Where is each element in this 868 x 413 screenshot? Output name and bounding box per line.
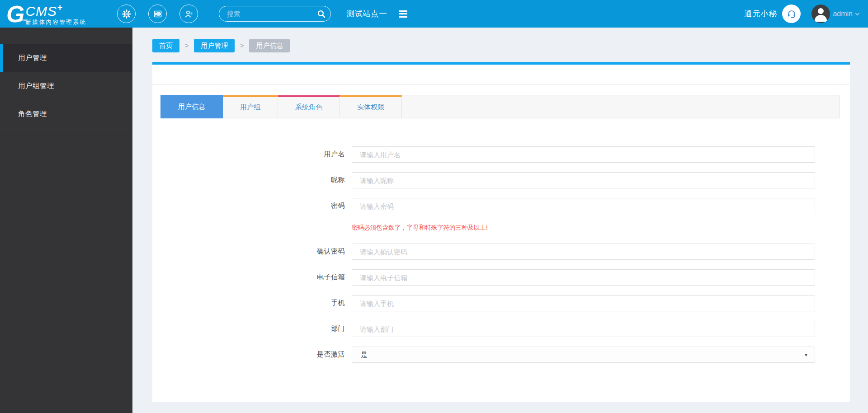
sidebar: 用户管理用户组管理角色管理 — [0, 28, 132, 413]
control-email — [352, 269, 815, 286]
active-select[interactable]: 是▼ — [352, 347, 815, 363]
tab-3[interactable]: 系统角色 — [278, 95, 340, 118]
tab-2[interactable]: 用户组 — [223, 95, 278, 118]
site-name[interactable]: 测试站点一 — [346, 9, 387, 19]
headset-icon — [786, 8, 797, 20]
label-mobile: 手机 — [160, 299, 345, 311]
nickname-input[interactable] — [352, 172, 815, 188]
control-active: 是▼ — [352, 347, 815, 363]
sidebar-item-3[interactable]: 角色管理 — [0, 100, 132, 128]
label-nickname: 昵称 — [160, 176, 345, 188]
control-mobile — [352, 295, 815, 311]
form-row-active: 是否激活是▼ — [160, 347, 840, 363]
active-select-value: 是 — [361, 351, 368, 359]
select-caret-icon: ▼ — [804, 352, 808, 357]
user-menu[interactable]: admin — [833, 10, 860, 18]
username-label: admin — [833, 10, 853, 18]
assistant-label[interactable]: 通元小秘 — [744, 9, 777, 19]
sidebar-spacer — [0, 28, 132, 44]
form-row-department: 部门 — [160, 321, 840, 337]
top-header: G power CMS+ 新媒体内容管理系统 — [0, 0, 868, 28]
chevron-down-icon — [855, 12, 860, 16]
logo-subtitle: 新媒体内容管理系统 — [25, 19, 86, 26]
header-search — [219, 6, 331, 22]
search-icon[interactable] — [316, 9, 326, 19]
control-department — [352, 321, 815, 337]
sidebar-item-2[interactable]: 用户组管理 — [0, 72, 132, 100]
breadcrumb-separator: > — [240, 42, 244, 49]
content-panel: 用户信息用户组系统角色实体权限 用户名昵称密码密码必须包含数字，字母和特殊字符的… — [152, 62, 850, 402]
site-menu-icon[interactable] — [399, 10, 407, 18]
form-row-nickname: 昵称 — [160, 172, 840, 188]
password-input[interactable] — [352, 198, 815, 214]
label-email: 电子信箱 — [160, 273, 345, 286]
mobile-input[interactable] — [352, 295, 815, 311]
main-content: 首页>用户管理>用户信息 用户信息用户组系统角色实体权限 用户名昵称密码密码必须… — [132, 28, 868, 413]
header-right-group: 通元小秘 admin — [744, 5, 860, 23]
modules-icon — [152, 9, 163, 19]
avatar[interactable] — [811, 5, 830, 23]
label-active: 是否激活 — [160, 350, 345, 363]
app-root: G power CMS+ 新媒体内容管理系统 — [0, 0, 868, 413]
panel-header-strip — [152, 65, 850, 85]
logo-cms-text: CMS+ — [25, 1, 86, 18]
password-hint: 密码必须包含数字，字母和特殊字符的三种及以上! — [352, 224, 840, 232]
email-input[interactable] — [352, 269, 815, 286]
username-input[interactable] — [352, 146, 815, 163]
form-row-username: 用户名 — [160, 146, 840, 163]
confirm-input[interactable] — [352, 244, 815, 260]
search-input[interactable] — [226, 10, 316, 18]
department-input[interactable] — [352, 321, 815, 337]
control-confirm — [352, 244, 815, 260]
tab-1[interactable]: 用户信息 — [160, 95, 223, 118]
user-admin-button[interactable] — [179, 5, 198, 23]
settings-button[interactable] — [117, 5, 136, 23]
assistant-button[interactable] — [782, 5, 801, 23]
logo-g-mark: G power — [6, 2, 24, 26]
modules-button[interactable] — [148, 5, 167, 23]
header-icon-group — [117, 5, 198, 23]
tab-bar: 用户信息用户组系统角色实体权限 — [160, 95, 840, 118]
label-password: 密码 — [160, 202, 345, 214]
label-department: 部门 — [160, 324, 345, 337]
control-password — [352, 198, 815, 214]
form-row-email: 电子信箱 — [160, 269, 840, 286]
form-row-mobile: 手机 — [160, 295, 840, 311]
breadcrumb-separator: > — [185, 42, 189, 49]
control-username — [352, 146, 815, 163]
form-row-confirm: 确认密码 — [160, 244, 840, 260]
control-nickname — [352, 172, 815, 188]
brand-logo: G power CMS+ 新媒体内容管理系统 — [6, 1, 86, 26]
gear-icon — [121, 9, 132, 19]
form-row-password: 密码 — [160, 198, 840, 214]
breadcrumb-item-3: 用户信息 — [249, 39, 290, 52]
label-username: 用户名 — [160, 150, 345, 163]
label-confirm: 确认密码 — [160, 247, 345, 260]
breadcrumb: 首页>用户管理>用户信息 — [152, 39, 850, 52]
breadcrumb-item-1[interactable]: 首页 — [152, 39, 179, 52]
breadcrumb-item-2[interactable]: 用户管理 — [194, 39, 235, 52]
sidebar-item-1[interactable]: 用户管理 — [0, 44, 132, 72]
user-admin-icon — [184, 9, 194, 19]
user-info-form: 用户名昵称密码密码必须包含数字，字母和特殊字符的三种及以上!确认密码电子信箱手机… — [160, 146, 840, 363]
tab-4[interactable]: 实体权限 — [340, 95, 402, 118]
